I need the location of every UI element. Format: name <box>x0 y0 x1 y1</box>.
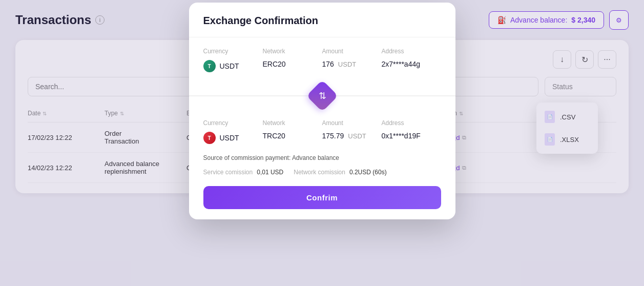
to-currency-header: Currency <box>203 119 263 127</box>
swap-divider: ⇅ <box>189 83 455 109</box>
service-commission-item: Service comission 0,01 USD <box>203 169 284 176</box>
modal-overlay[interactable]: Exchange Confirmation Currency T USDT Ne… <box>0 0 644 286</box>
from-network-value: ERC20 <box>263 60 322 68</box>
from-network-header: Network <box>263 48 322 55</box>
to-amount-col: Amount 175.79 USDT <box>322 119 382 144</box>
from-currency-header: Currency <box>203 48 263 55</box>
to-address-header: Address <box>382 119 441 127</box>
network-commission-item: Network comission 0.2USD (60s) <box>294 169 386 176</box>
from-section: Currency T USDT Network ERC20 Amount 176… <box>189 37 455 83</box>
exchange-confirmation-modal: Exchange Confirmation Currency T USDT Ne… <box>189 3 455 219</box>
from-amount-col: Amount 176 USDT <box>322 48 382 72</box>
to-address-value: 0x1****d19F <box>382 132 441 140</box>
to-network-value: TRC20 <box>263 132 322 140</box>
from-address-col: Address 2x7****a44g <box>382 48 441 72</box>
to-address-col: Address 0x1****d19F <box>382 119 441 144</box>
to-network-col: Network TRC20 <box>263 119 322 144</box>
from-currency-col: Currency T USDT <box>203 48 263 72</box>
usdt-bottom-icon: T <box>203 132 216 144</box>
to-amount-value: 175.79 USDT <box>322 132 382 140</box>
from-amount-header: Amount <box>322 48 382 55</box>
from-address-header: Address <box>382 48 441 55</box>
to-currency-col: Currency T USDT <box>203 119 263 144</box>
from-amount-value: 176 USDT <box>322 60 382 68</box>
swap-icon: ⇅ <box>306 80 338 112</box>
modal-header: Exchange Confirmation <box>189 3 455 37</box>
bottom-section: Source of commission payment: Advance ba… <box>189 154 455 219</box>
network-commission-value: 0.2USD (60s) <box>349 169 387 176</box>
network-commission-label: Network comission <box>294 169 345 176</box>
from-address-value: 2x7****a44g <box>382 60 441 68</box>
from-network-col: Network ERC20 <box>263 48 322 72</box>
to-currency-value: T USDT <box>203 132 263 144</box>
commission-row: Service comission 0,01 USD Network comis… <box>203 169 441 176</box>
service-commission-label: Service comission <box>203 169 253 176</box>
to-amount-header: Amount <box>322 119 382 127</box>
modal-title: Exchange Confirmation <box>203 15 441 27</box>
service-commission-value: 0,01 USD <box>257 169 283 176</box>
usdt-top-icon: T <box>203 60 216 72</box>
confirm-button[interactable]: Confrim <box>203 186 441 209</box>
commission-source: Source of commission payment: Advance ba… <box>203 154 441 161</box>
to-section: Currency T USDT Network TRC20 Amount 175… <box>189 109 455 154</box>
to-network-header: Network <box>263 119 322 127</box>
from-currency-value: T USDT <box>203 60 263 72</box>
